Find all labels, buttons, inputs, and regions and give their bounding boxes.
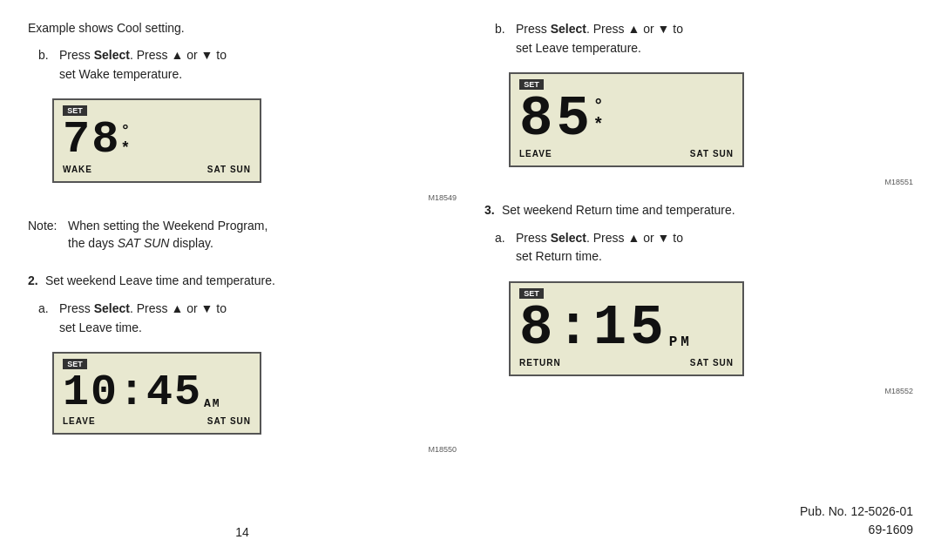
- section-b-line2: set Wake temperature.: [59, 66, 182, 84]
- lcd-wake-sat-sun: SAT SUN: [207, 165, 251, 174]
- note-text: When setting the Weekend Program, the da…: [68, 218, 267, 252]
- right-section-b-label: b.: [495, 21, 511, 38]
- lcd-leave-time-model: M18550: [52, 445, 457, 454]
- lcd-return-digits: 8:15 PM: [519, 300, 734, 356]
- lcd-wake-digits: 78 ° *: [63, 118, 251, 163]
- lcd-leave-temp-digits: 85 ° *: [519, 91, 734, 147]
- section-a-instruction: Press Select. Press ▲ or ▼ to: [59, 300, 227, 318]
- lcd-leave-temp-model: M18551: [509, 178, 913, 186]
- section3-text: Set weekend Return time and temperature.: [502, 202, 735, 219]
- lcd-return-display: SET 8:15 PM RETURN SAT SUN: [509, 281, 744, 376]
- section-b-label: b.: [38, 47, 54, 64]
- lcd-wake-model: M18549: [52, 193, 457, 202]
- pub-number: Pub. No. 12-5026-01 69-1609: [800, 503, 913, 539]
- section-a-label: a.: [38, 300, 54, 318]
- lcd-return-ampm: PM: [669, 335, 693, 349]
- right-section-b-line2: set Leave temperature.: [516, 40, 641, 57]
- section-a-line2: set Leave time.: [59, 320, 142, 337]
- lcd-leave-time-digits: 10:45 AM: [63, 371, 251, 415]
- lcd-leave-sat-sun: SAT SUN: [207, 416, 251, 426]
- lcd-leave-temp-degree-star: ° *: [593, 97, 607, 135]
- lcd-leave-temp-sat-sun: SAT SUN: [690, 149, 734, 159]
- lcd-leave-label: LEAVE: [63, 416, 96, 426]
- lcd-leave-temp-label: LEAVE: [519, 149, 552, 159]
- page-number: 14: [235, 525, 249, 539]
- right-section-a-instruction: Press Select. Press ▲ or ▼ to: [516, 230, 683, 247]
- lcd-wake-label: WAKE: [63, 165, 92, 174]
- lcd-return-label: RETURN: [519, 358, 561, 368]
- section3-label: 3.: [484, 202, 497, 219]
- section-b-instruction: Press Select. Press ▲ or ▼ to: [59, 47, 227, 64]
- lcd-leave-time-display: SET 10:45 AM LEAVE SAT SUN: [52, 352, 261, 435]
- section2-label: 2.: [28, 273, 40, 290]
- lcd-leave-temp-display: SET 85 ° * LEAVE SAT SUN: [509, 72, 744, 167]
- section2-text: Set weekend Leave time and temperature.: [45, 273, 275, 290]
- right-section-b-instruction: Press Select. Press ▲ or ▼ to: [516, 21, 683, 38]
- note-block: Note: When setting the Weekend Program, …: [28, 218, 457, 252]
- right-section-a-line2: set Return time.: [516, 248, 602, 266]
- note-label: Note:: [28, 218, 61, 252]
- lcd-degree-star: ° *: [120, 123, 132, 158]
- lcd-return-sat-sun: SAT SUN: [690, 358, 734, 368]
- right-section-a-label: a.: [495, 230, 511, 247]
- lcd-leave-time-ampm: AM: [204, 398, 221, 409]
- lcd-return-model: M18552: [509, 387, 913, 395]
- lcd-wake-display: SET 78 ° * WAKE SAT SUN: [52, 98, 261, 183]
- example-heading: Example shows Cool setting.: [28, 21, 457, 35]
